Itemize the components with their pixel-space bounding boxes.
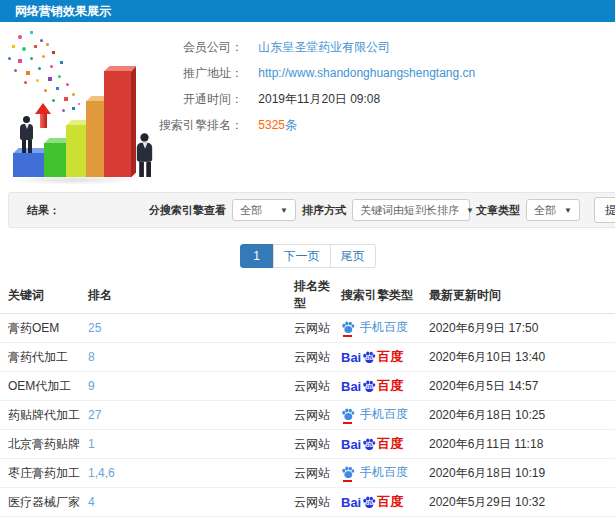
promo-url-link[interactable]: http://www.shandonghuangshengtang.cn <box>258 66 475 80</box>
keyword-cell: 医疗器械厂家 <box>0 488 87 517</box>
baidu-paw-icon <box>341 466 355 479</box>
businessman-figure <box>20 116 33 153</box>
keyword-cell: 枣庄膏药加工 <box>0 459 87 488</box>
figure-torso <box>137 143 152 162</box>
baidu-mobile-logo: 手机百度 <box>341 464 408 481</box>
keyword-cell: 膏药代加工 <box>0 343 87 372</box>
info-row-url: 推广地址： http://www.shandonghuangshengtang.… <box>60 60 475 86</box>
baidu-du-text: du <box>366 384 373 390</box>
rank-type-cell: 云网站 <box>293 517 340 520</box>
table-row: 药贴牌代加工27云网站手机百度2020年6月18日 10:25 <box>0 401 615 430</box>
engine-cell: Baidu百度 <box>340 372 428 401</box>
updated-cell: 2020年6月5日 14:57 <box>428 372 615 401</box>
table-row: 北京膏药贴牌1云网站Baidu百度2020年6月11日 11:18 <box>0 430 615 459</box>
confetti-dot <box>52 99 55 102</box>
confetti-dot <box>34 45 37 48</box>
baidu-paw-icon: du <box>362 380 376 393</box>
confetti-dot <box>14 69 17 72</box>
up-arrow-icon <box>35 103 51 128</box>
confetti-dot <box>40 39 43 42</box>
sort-select-value: 关键词由短到长排序 <box>360 203 459 218</box>
baidu-logo: Baidu百度 <box>341 377 403 395</box>
rank-count-value[interactable]: 5325条 <box>258 118 297 132</box>
engine-view-select[interactable]: 全部 ▼ <box>232 199 296 221</box>
sort-select[interactable]: 关键词由短到长排序 ▼ <box>352 199 470 221</box>
table-row: 膏药OEM25云网站手机百度2020年6月9日 17:50 <box>0 314 615 343</box>
confetti-dot <box>48 77 52 81</box>
member-info: 会员公司： 山东皇圣堂药业有限公司 推广地址： http://www.shand… <box>60 34 475 138</box>
engine-label: 手机百度 <box>360 464 408 481</box>
baidu-logo: Baidu百度 <box>341 435 403 453</box>
col-rank-type: 排名类型 <box>293 277 340 314</box>
baidu-du-text: du <box>366 500 373 506</box>
baidu-du-text: du <box>366 442 373 448</box>
red-underline <box>343 480 352 482</box>
rank-type-cell: 云网站 <box>293 314 340 343</box>
article-type-select[interactable]: 全部 ▼ <box>526 199 580 221</box>
confetti-dot <box>42 55 45 58</box>
baidu-logo: Baidu百度 <box>341 348 403 366</box>
baidu-paw-icon: du <box>362 351 376 364</box>
baidu-bai-text: Bai <box>341 379 361 394</box>
baidu-du-text: du <box>366 355 373 361</box>
engine-view-label: 分搜索引擎查看 <box>149 203 226 218</box>
col-engine-type: 搜索引擎类型 <box>340 277 428 314</box>
engine-label: 百度 <box>377 435 403 453</box>
baidu-bai-text: Bai <box>341 495 361 510</box>
rank-cell: 25 <box>87 314 293 343</box>
baidu-paw-icon: du <box>362 438 376 451</box>
article-type-select-value: 全部 <box>534 203 556 218</box>
filter-bar: 结果： 分搜索引擎查看 全部 ▼ 排序方式 关键词由短到长排序 ▼ 文章类型 全… <box>8 192 615 228</box>
rank-type-cell: 云网站 <box>293 401 340 430</box>
figure-legs <box>22 140 32 153</box>
updated-cell: 2020年6月9日 17:50 <box>428 314 615 343</box>
promo-url-label: 推广地址： <box>60 60 243 86</box>
engine-cell: 手机百度 <box>340 314 428 343</box>
table-row: OEM代加工9云网站Baidu百度2020年6月5日 14:57 <box>0 372 615 401</box>
rank-link[interactable]: 25 <box>88 321 101 335</box>
baidu-paw-icon <box>341 408 355 421</box>
confetti-dot <box>30 31 33 34</box>
open-time-label: 开通时间： <box>60 86 243 112</box>
info-row-rank-count: 搜索引擎排名： 5325条 <box>60 112 475 138</box>
rank-type-cell: 云网站 <box>293 488 340 517</box>
confetti-dot <box>46 43 49 46</box>
engine-cell: Baidu百度 <box>340 488 428 517</box>
updated-cell: 2020年6月11日 11:40 <box>428 517 615 520</box>
open-time-value: 2019年11月20日 09:08 <box>258 92 380 106</box>
table-header-row: 关键词 排名 排名类型 搜索引擎类型 最新更新时间 <box>0 277 615 314</box>
confetti-dot <box>12 45 15 48</box>
baidu-mobile-logo: 手机百度 <box>341 406 408 423</box>
engine-view-select-value: 全部 <box>240 203 262 218</box>
confetti-dot <box>44 89 47 92</box>
table-row: 枣庄膏药加工1,4,6云网站手机百度2020年6月18日 10:19 <box>0 459 615 488</box>
confetti-dot <box>52 51 55 54</box>
baidu-paw-icon <box>341 321 355 334</box>
rank-cell: 9 <box>87 372 293 401</box>
engine-cell: Baidu百度 <box>340 430 428 459</box>
next-page-button[interactable]: 下一页 <box>273 244 331 268</box>
rank-link[interactable]: 1,4,6 <box>88 466 115 480</box>
confetti-dot <box>26 71 30 75</box>
col-keyword: 关键词 <box>0 277 87 314</box>
company-link[interactable]: 山东皇圣堂药业有限公司 <box>258 40 390 54</box>
rank-link[interactable]: 9 <box>88 379 95 393</box>
sort-label: 排序方式 <box>302 203 346 218</box>
submit-button[interactable]: 提交 <box>594 197 615 223</box>
confetti-dot <box>56 87 59 90</box>
last-page-button[interactable]: 尾页 <box>330 244 376 268</box>
rank-link[interactable]: 4 <box>88 495 95 509</box>
rank-link[interactable]: 27 <box>88 408 101 422</box>
engine-cell: 手机百度 <box>340 401 428 430</box>
baidu-mobile-logo: 手机百度 <box>341 319 408 336</box>
page-1-button[interactable]: 1 <box>240 244 274 268</box>
confetti-dot <box>18 59 22 63</box>
page-title: 网络营销效果展示 <box>15 4 111 18</box>
confetti-dot <box>50 65 53 68</box>
rank-link[interactable]: 8 <box>88 350 95 364</box>
rank-cell: 4 <box>87 488 293 517</box>
rank-link[interactable]: 1 <box>88 437 95 451</box>
rank-cell: 1,4,6 <box>87 459 293 488</box>
engine-cell: 手机百度 <box>340 459 428 488</box>
chart-bar <box>13 153 47 177</box>
